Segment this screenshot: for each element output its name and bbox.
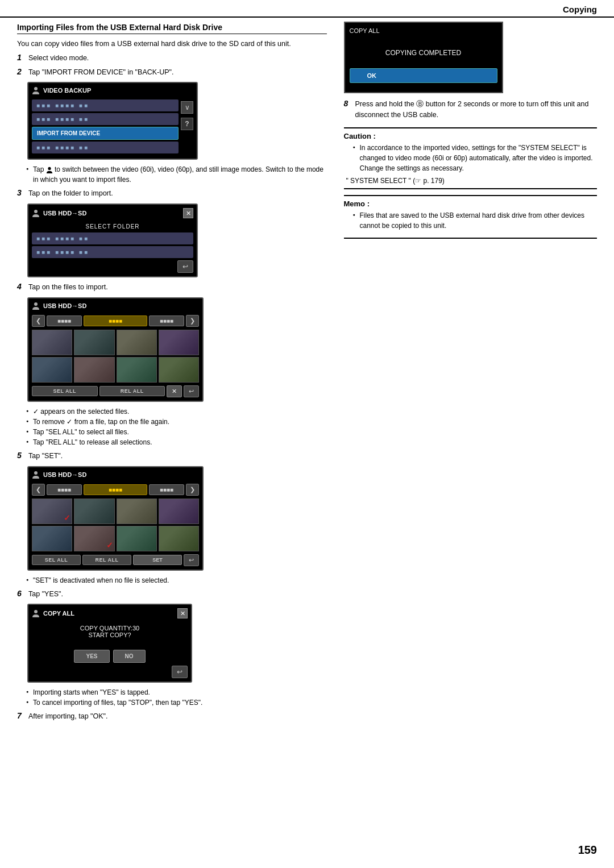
- back-btn[interactable]: ↩: [184, 385, 199, 397]
- thumb-7[interactable]: [117, 357, 157, 383]
- memo-bullets: Files that are saved to the USB external…: [353, 210, 598, 231]
- screen2-back-btn[interactable]: ↩: [177, 260, 193, 273]
- screen-file-grid-2: USB HDD→SD ❮ ■■■■ ■■■■ ■■■■ ❯ ✓ ✓: [27, 466, 204, 571]
- person-icon: [32, 302, 40, 310]
- screen3-right-group[interactable]: ■■■■: [149, 315, 184, 326]
- svg-point-3: [34, 302, 38, 306]
- screen5-close-btn[interactable]: ✕: [177, 608, 188, 618]
- thumb-6[interactable]: [74, 357, 114, 383]
- svg-point-1: [48, 167, 51, 170]
- step-3-number: 3: [17, 188, 25, 197]
- screen-copy-confirm: COPY ALL ✕ COPY QUANTITY:30 START COPY? …: [27, 604, 192, 683]
- caution-bullets: In accordance to the imported video, set…: [353, 143, 598, 173]
- check-icon-2: ✓: [106, 541, 113, 550]
- right-column: COPY ALL COPYING COMPLETED OK 8 Press an…: [344, 16, 598, 840]
- step-1-number: 1: [17, 53, 25, 62]
- chevron-down-icon[interactable]: ∨: [181, 101, 193, 114]
- check-icon-1: ✓: [64, 513, 70, 522]
- section-title: Importing Files from the USB External Ha…: [17, 23, 327, 34]
- thumb-s4-6[interactable]: ✓: [74, 526, 114, 551]
- step4-bullets: ✓ appears on the selected files. To remo…: [26, 406, 327, 447]
- set-btn[interactable]: SET: [133, 555, 182, 565]
- step6-bullet-1: Importing starts when "YES" is tapped.: [26, 687, 327, 697]
- screen4-left-arrow[interactable]: ❮: [32, 484, 45, 496]
- thumb-2[interactable]: [74, 330, 114, 355]
- back-btn-2[interactable]: ↩: [184, 554, 199, 566]
- caution-bullet-1: In accordance to the imported video, set…: [353, 143, 598, 173]
- thumb-s4-5[interactable]: [32, 526, 72, 551]
- copying-completed-text: COPYING COMPLETED: [350, 49, 497, 57]
- intro-text: You can copy video files from a USB exte…: [17, 39, 327, 49]
- person-icon-small: [46, 167, 53, 173]
- header-title: Copying: [563, 5, 597, 14]
- step-6-text: Tap "YES".: [28, 589, 63, 600]
- screen3-center-group[interactable]: ■■■■: [84, 315, 147, 326]
- screen5-title: COPY ALL: [43, 610, 74, 617]
- start-copy-text: START COPY?: [32, 632, 188, 638]
- screen1-import-btn[interactable]: IMPORT FROM DEVICE: [32, 127, 179, 140]
- thumb-3[interactable]: [117, 330, 157, 355]
- step4-bullet-2: To remove ✓ from a file, tap on the file…: [26, 417, 327, 427]
- ok-btn[interactable]: OK: [350, 68, 497, 83]
- screen1-item-2: ■■■ ■■■■ ■■: [32, 113, 179, 125]
- step4-bullet-1: ✓ appears on the selected files.: [26, 406, 327, 417]
- yes-btn[interactable]: YES: [74, 650, 109, 663]
- left-column: Importing Files from the USB External Ha…: [17, 16, 327, 840]
- caution-ref: " SYSTEM SELECT " (☞ p. 179): [346, 177, 598, 185]
- person-icon: [32, 609, 40, 617]
- memo-bullet-1: Files that are saved to the USB external…: [353, 210, 598, 231]
- thumb-s4-2[interactable]: [74, 499, 114, 524]
- caution-box: Caution : In accordance to the imported …: [344, 127, 598, 189]
- screen3-left-arrow[interactable]: ❮: [32, 315, 45, 327]
- thumb-8[interactable]: [159, 357, 199, 383]
- thumb-5[interactable]: [32, 357, 72, 383]
- thumb-s4-3[interactable]: [117, 499, 157, 524]
- step-7-number: 7: [17, 711, 25, 720]
- screen3-right-arrow[interactable]: ❯: [186, 315, 199, 327]
- sel-all-btn[interactable]: SEL ALL: [32, 386, 98, 396]
- no-btn[interactable]: NO: [113, 650, 146, 663]
- rel-all-btn-2[interactable]: REL ALL: [82, 555, 131, 565]
- rel-all-btn[interactable]: REL ALL: [99, 386, 165, 396]
- screen3-left-group[interactable]: ■■■■: [47, 315, 82, 326]
- step-8-text: Press and hold the Ⓑ button for 2 second…: [355, 99, 598, 121]
- thumb-4[interactable]: [159, 330, 199, 355]
- screen3-title: USB HDD→SD: [43, 302, 86, 309]
- screen4-right-arrow[interactable]: ❯: [186, 484, 199, 496]
- step6-bullet-2: To cancel importing of files, tap "STOP"…: [26, 697, 327, 708]
- screen4-title: USB HDD→SD: [43, 471, 86, 478]
- sel-all-btn-2[interactable]: SEL ALL: [32, 555, 81, 565]
- step-4-number: 4: [17, 282, 25, 291]
- step6-bullets: Importing starts when "YES" is tapped. T…: [26, 687, 327, 708]
- step-5: 5 Tap "SET".: [17, 451, 327, 462]
- thumb-s4-4[interactable]: [159, 499, 199, 524]
- screen4-thumb-grid: ✓ ✓: [32, 499, 199, 551]
- thumb-s4-8[interactable]: [159, 526, 199, 551]
- thumb-1[interactable]: [32, 330, 72, 355]
- step-1: 1 Select video mode.: [17, 53, 327, 64]
- screen2-item-2: ■■■ ■■■■ ■■: [32, 246, 193, 258]
- screen2-close-btn[interactable]: ✕: [183, 208, 193, 218]
- screen-select-folder: USB HDD→SD ✕ SELECT FOLDER ■■■ ■■■■ ■■ ■…: [27, 203, 198, 277]
- svg-point-2: [34, 210, 38, 213]
- step-6: 6 Tap "YES".: [17, 589, 327, 600]
- screen-copying-completed: COPY ALL COPYING COMPLETED OK: [344, 22, 503, 93]
- cancel-btn[interactable]: ✕: [167, 385, 182, 397]
- thumb-s4-7[interactable]: [117, 526, 157, 551]
- question-icon[interactable]: ?: [181, 118, 193, 130]
- screen5-back-btn[interactable]: ↩: [172, 666, 188, 678]
- screen3-thumb-grid: [32, 330, 199, 383]
- step-2-text: Tap "IMPORT FROM DEVICE" in "BACK-UP".: [28, 67, 174, 78]
- screen4-right-group[interactable]: ■■■■: [149, 484, 184, 495]
- step-5-number: 5: [17, 451, 25, 460]
- screen2-item-1: ■■■ ■■■■ ■■: [32, 232, 193, 244]
- step-1-text: Select video mode.: [28, 53, 89, 64]
- step-4: 4 Tap on the files to import.: [17, 282, 327, 293]
- screen2-subtitle: SELECT FOLDER: [32, 223, 193, 230]
- screen4-center-group[interactable]: ■■■■: [84, 484, 147, 495]
- thumb-s4-1[interactable]: ✓: [32, 499, 72, 524]
- screen4-left-group[interactable]: ■■■■: [47, 484, 82, 495]
- memo-box: Memo : Files that are saved to the USB e…: [344, 195, 598, 239]
- step5-bullets: "SET" is deactivated when no file is sel…: [26, 575, 327, 585]
- step-7: 7 After importing, tap "OK".: [17, 711, 327, 722]
